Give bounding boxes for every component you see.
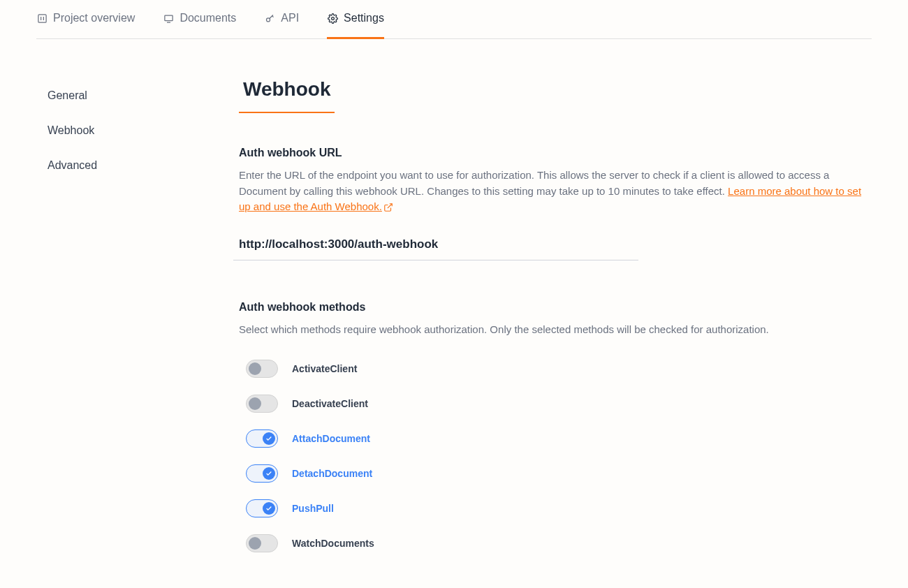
sidebar-item-general[interactable]: General — [47, 78, 232, 113]
tab-label: Documents — [180, 12, 236, 24]
tab-label: Settings — [344, 12, 384, 24]
tab-project-overview[interactable]: Project overview — [36, 0, 135, 39]
auth-methods-title: Auth webhook methods — [239, 301, 865, 314]
sidebar-item-label: Advanced — [47, 159, 97, 171]
chart-icon — [36, 13, 47, 24]
auth-url-title: Auth webhook URL — [239, 147, 865, 159]
toggle-knob — [263, 432, 275, 445]
tab-label: Project overview — [53, 12, 135, 24]
tab-label: API — [281, 12, 299, 24]
key-icon — [264, 13, 275, 24]
auth-url-section: Auth webhook URL Enter the URL of the en… — [239, 147, 865, 260]
monitor-icon — [163, 13, 174, 24]
toggle-knob — [249, 537, 261, 550]
auth-methods-section: Auth webhook methods Select which method… — [239, 301, 865, 553]
auth-methods-description: Select which methods require webhook aut… — [239, 322, 865, 338]
svg-point-5 — [266, 17, 270, 21]
external-link-icon — [383, 203, 393, 212]
toggle-row-watchdocuments: WatchDocuments — [246, 534, 865, 552]
toggle-attachdocument[interactable] — [246, 429, 278, 448]
toggle-label: AttachDocument — [292, 433, 370, 444]
toggle-label: DetachDocument — [292, 468, 372, 479]
auth-url-description: Enter the URL of the endpoint you want t… — [239, 168, 865, 215]
sidebar-item-label: Webhook — [47, 124, 94, 136]
svg-point-8 — [331, 17, 334, 20]
gear-icon — [327, 13, 338, 24]
svg-line-9 — [388, 204, 392, 208]
sidebar-item-webhook[interactable]: Webhook — [47, 113, 232, 148]
toggle-knob — [263, 502, 275, 515]
toggle-row-detachdocument: DetachDocument — [246, 464, 865, 483]
toggle-pushpull[interactable] — [246, 499, 278, 517]
toggle-detachdocument[interactable] — [246, 464, 278, 483]
toggle-row-pushpull: PushPull — [246, 499, 865, 517]
toggle-row-attachdocument: AttachDocument — [246, 429, 865, 448]
toggle-knob — [263, 467, 275, 480]
toggle-label: PushPull — [292, 503, 334, 514]
toggle-row-deactivateclient: DeactivateClient — [246, 395, 865, 413]
toggle-activateclient[interactable] — [246, 360, 278, 378]
tab-api[interactable]: API — [264, 0, 299, 39]
toggle-deactivateclient[interactable] — [246, 395, 278, 413]
toggle-row-activateclient: ActivateClient — [246, 360, 865, 378]
top-nav: Project overview Documents API Settings — [36, 0, 872, 39]
toggle-label: ActivateClient — [292, 363, 357, 374]
toggle-label: WatchDocuments — [292, 538, 374, 549]
content: Webhook Auth webhook URL Enter the URL o… — [232, 78, 872, 588]
toggle-label: DeactivateClient — [292, 398, 368, 409]
sidebar-item-label: General — [47, 89, 87, 101]
toggle-list: ActivateClient DeactivateClient — [239, 360, 865, 552]
svg-rect-0 — [38, 14, 45, 22]
toggle-watchdocuments[interactable] — [246, 534, 278, 552]
toggle-knob — [249, 397, 261, 410]
svg-line-7 — [272, 15, 273, 17]
page-title: Webhook — [239, 78, 335, 113]
toggle-knob — [249, 362, 261, 375]
tab-documents[interactable]: Documents — [163, 0, 236, 39]
tab-settings[interactable]: Settings — [327, 0, 384, 39]
sidebar-item-advanced[interactable]: Advanced — [47, 148, 232, 183]
auth-url-input[interactable] — [233, 237, 638, 251]
url-input-wrapper — [233, 237, 638, 260]
svg-rect-3 — [165, 15, 173, 21]
sidebar: General Webhook Advanced — [36, 78, 232, 588]
